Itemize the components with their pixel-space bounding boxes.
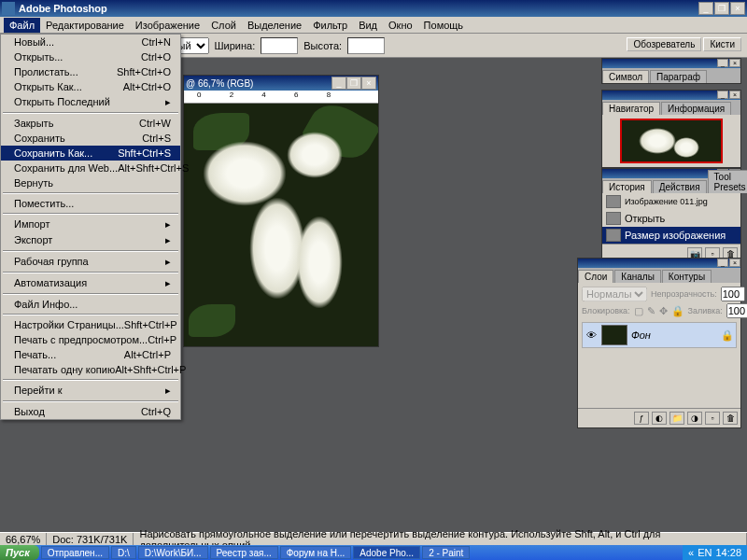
menuitem-открыть-последний[interactable]: Открыть Последний (1, 94, 180, 110)
start-button[interactable]: Пуск (0, 545, 39, 560)
panel-close-icon[interactable]: × (729, 91, 740, 99)
folder-icon[interactable]: 📁 (669, 412, 684, 425)
browser-button[interactable]: Обозреватель (627, 37, 701, 51)
history-item-imagesize[interactable]: Размер изображения (602, 227, 740, 244)
lock-paint-icon[interactable]: ✎ (647, 305, 655, 317)
doc-close-button[interactable]: × (361, 77, 376, 90)
menu-слой[interactable]: Слой (205, 18, 242, 33)
mask-icon[interactable]: ◐ (652, 412, 667, 425)
layer-row-background[interactable]: 👁 Фон 🔒 (582, 322, 737, 348)
doc-size: Doc: 731K/731K (47, 533, 134, 545)
menuitem-файл-инфо-[interactable]: Файл Инфо... (1, 297, 180, 312)
menuitem-импорт[interactable]: Импорт (1, 217, 180, 232)
menu-фильтр[interactable]: Фильтр (307, 18, 353, 33)
menuitem-открыть-[interactable]: Открыть...Ctrl+O (1, 49, 180, 64)
menuitem-новый-[interactable]: Новый...Ctrl+N (1, 35, 180, 49)
opacity-input[interactable] (721, 287, 745, 301)
fill-input[interactable] (726, 303, 747, 318)
menu-выделение[interactable]: Выделение (242, 18, 307, 33)
menuitem-открыть-как-[interactable]: Открыть Как...Alt+Ctrl+O (1, 79, 180, 94)
snapshot-icon (606, 195, 621, 208)
tab-navigator[interactable]: Навигатор (602, 102, 660, 115)
menuitem-печатать-одну-копию[interactable]: Печатать одну копиюAlt+Shft+Ctrl+P (1, 362, 180, 377)
tab-toolpresets[interactable]: Tool Presets (708, 170, 747, 193)
taskbar-button[interactable]: Форум на Н... (280, 546, 352, 559)
menuitem-настройки-страницы-[interactable]: Настройки Страницы...Shft+Ctrl+P (1, 317, 180, 332)
clock: 14:28 (715, 547, 741, 558)
menu-файл[interactable]: Файл (4, 18, 40, 33)
panel-close-icon[interactable]: × (729, 259, 740, 267)
history-item-open[interactable]: Открыть (602, 210, 740, 227)
width-input[interactable] (261, 37, 298, 54)
navigator-thumbnail[interactable] (620, 119, 723, 163)
document-window: @ 66,7% (RGB) _ ❐ × 0 2 4 6 8 (183, 75, 379, 347)
panel-close-icon[interactable]: × (729, 59, 740, 67)
taskbar-button[interactable]: D:\ (111, 546, 136, 559)
taskbar-button[interactable]: Реестр зая... (210, 546, 278, 559)
doc-maximize-button[interactable]: ❐ (346, 77, 361, 90)
doc-minimize-button[interactable]: _ (331, 77, 346, 90)
menuitem-рабочая-группа[interactable]: Рабочая группа (1, 254, 180, 270)
menuitem-вернуть[interactable]: Вернуть (1, 175, 180, 190)
menuitem-печать-с-предпросмотром-[interactable]: Печать с предпросмотром...Ctrl+P (1, 332, 180, 347)
tab-actions[interactable]: Действия (653, 180, 707, 193)
panel-min-icon[interactable]: _ (717, 59, 728, 67)
menu-окно[interactable]: Окно (383, 18, 418, 33)
width-label: Ширина: (215, 40, 256, 51)
menuitem-закрыть[interactable]: ЗакрытьCtrl+W (1, 116, 180, 131)
tab-layers[interactable]: Слои (578, 270, 613, 283)
fill-label: Заливка: (688, 306, 723, 315)
canvas[interactable] (184, 104, 378, 346)
taskbar-button[interactable]: D:\Work\БИ... (138, 546, 208, 559)
menuitem-печать-[interactable]: Печать...Alt+Ctrl+P (1, 347, 180, 362)
new-layer-icon[interactable]: ▫ (705, 412, 720, 425)
ruler-horizontal: 0 2 4 6 8 (184, 91, 378, 104)
trash-icon[interactable]: 🗑 (723, 412, 738, 425)
tab-history[interactable]: История (602, 180, 652, 193)
menu-изображение[interactable]: Изображение (130, 18, 205, 33)
menuitem-сохранить[interactable]: СохранитьCtrl+S (1, 131, 180, 146)
tab-paragraph[interactable]: Параграф (650, 70, 707, 83)
panel-min-icon[interactable]: _ (717, 91, 728, 99)
taskbar-button[interactable]: Отправлен... (41, 546, 109, 559)
menu-редактирование[interactable]: Редактирование (40, 18, 130, 33)
taskbar-button[interactable]: 2 - Paint (422, 546, 470, 559)
visibility-icon[interactable]: 👁 (585, 329, 598, 341)
menuitem-поместить-[interactable]: Поместить... (1, 196, 180, 211)
lock-move-icon[interactable]: ✥ (659, 305, 668, 317)
fx-icon[interactable]: ƒ (634, 412, 649, 425)
history-snapshot[interactable]: Изображение 011.jpg (602, 193, 740, 210)
tab-channels[interactable]: Каналы (614, 270, 661, 283)
tab-symbol[interactable]: Символ (602, 70, 649, 83)
taskbar-button[interactable]: Adobe Pho... (353, 546, 420, 559)
menuitem-экспорт[interactable]: Экспорт (1, 232, 180, 248)
menubar: ФайлРедактированиеИзображениеСлойВыделен… (0, 17, 747, 34)
brushes-button[interactable]: Кисти (703, 37, 741, 51)
lang-indicator[interactable]: EN (698, 547, 712, 558)
menuitem-пролистать-[interactable]: Пролистать...Shft+Ctrl+O (1, 64, 180, 79)
menuitem-сохранить-как-[interactable]: Сохранить Как...Shft+Ctrl+S (1, 146, 180, 161)
lock-trans-icon[interactable]: ▢ (634, 305, 643, 317)
tray-chevron-icon[interactable]: « (688, 547, 694, 558)
maximize-button[interactable]: ❐ (714, 2, 729, 15)
document-title: @ 66,7% (RGB) (186, 78, 331, 89)
document-titlebar[interactable]: @ 66,7% (RGB) _ ❐ × (184, 76, 378, 91)
panel-min-icon[interactable]: _ (717, 259, 728, 267)
blend-mode-select[interactable]: Нормальный (582, 287, 647, 301)
zoom-field[interactable]: 66,67% (0, 533, 47, 545)
menuitem-выход[interactable]: ВыходCtrl+Q (1, 404, 180, 419)
close-button[interactable]: × (730, 2, 745, 15)
lock-all-icon[interactable]: 🔒 (671, 305, 684, 317)
menu-вид[interactable]: Вид (353, 18, 383, 33)
tab-info[interactable]: Информация (661, 102, 731, 115)
menu-помощь[interactable]: Помощь (418, 18, 470, 33)
lock-icon: 🔒 (721, 329, 734, 342)
height-input[interactable] (347, 37, 385, 54)
menuitem-перейти-к[interactable]: Перейти к (1, 383, 180, 399)
adjust-icon[interactable]: ◑ (687, 412, 702, 425)
system-tray[interactable]: « EN 14:28 (683, 545, 747, 560)
menuitem-автоматизация[interactable]: Автоматизация (1, 275, 180, 291)
tab-paths[interactable]: Контуры (662, 270, 712, 283)
minimize-button[interactable]: _ (698, 2, 713, 15)
menuitem-сохранить-для-web-[interactable]: Сохранить для Web...Alt+Shft+Ctrl+S (1, 161, 180, 175)
